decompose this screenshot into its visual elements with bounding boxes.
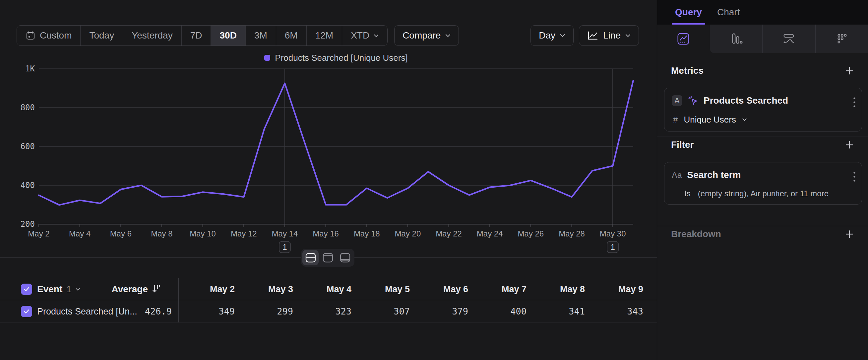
- filter-kebab-menu[interactable]: [853, 171, 856, 182]
- date-column-header[interactable]: May 9: [585, 278, 643, 300]
- range-today[interactable]: Today: [80, 26, 123, 46]
- report-tab-flows[interactable]: [762, 25, 815, 53]
- range-label: Yesterday: [132, 30, 173, 41]
- x-axis-tick-label: May 18: [354, 229, 380, 238]
- add-metric-button[interactable]: [845, 66, 854, 75]
- report-tab-funnels[interactable]: [710, 25, 763, 53]
- chevron-down-icon: [445, 34, 451, 37]
- date-column-header[interactable]: May 3: [235, 278, 293, 300]
- average-column-header[interactable]: Average: [83, 278, 148, 300]
- line-chart-icon: [587, 31, 598, 40]
- date-range-group: CustomTodayYesterday7D30D3M6M12MXTD: [17, 25, 388, 46]
- range-yesterday[interactable]: Yesterday: [123, 26, 181, 46]
- filter-condition[interactable]: Is (empty string), Air purifier, or 11 m…: [684, 189, 829, 198]
- filter-heading: Filter: [671, 139, 693, 150]
- x-axis-tick-label: May 2: [28, 229, 50, 238]
- granularity-label: Day: [539, 30, 555, 41]
- legend-swatch: [264, 55, 270, 61]
- range-12m[interactable]: 12M: [306, 26, 342, 46]
- date-column-header[interactable]: May 6: [410, 278, 468, 300]
- range-label: 30D: [219, 30, 237, 41]
- average-value: 426.9: [106, 301, 172, 323]
- range-label: XTD: [351, 30, 369, 41]
- range-30d[interactable]: 30D: [211, 26, 245, 46]
- row-checkbox[interactable]: [21, 306, 32, 317]
- date-column-header[interactable]: May 8: [527, 278, 585, 300]
- tab-chart[interactable]: Chart: [717, 0, 740, 25]
- date-column-header[interactable]: May 5: [351, 278, 410, 300]
- layout-split-button[interactable]: [302, 250, 319, 265]
- cell-value: 379: [410, 301, 468, 323]
- layout-table-only-button[interactable]: [337, 250, 353, 265]
- table-header-row: Event 1 Average May 2May 3May 4May 5May …: [0, 278, 657, 300]
- date-column-header[interactable]: May 4: [293, 278, 351, 300]
- compare-button[interactable]: Compare: [394, 25, 459, 46]
- add-breakdown-button[interactable]: [845, 229, 854, 239]
- event-label: Event: [37, 284, 62, 295]
- filter-card[interactable]: Aa Search term Is (empty string), Air pu…: [664, 162, 862, 204]
- x-axis-tick-label: May 10: [190, 229, 216, 238]
- x-axis-tick-label: May 20: [395, 229, 421, 238]
- range-xtd[interactable]: XTD: [342, 26, 387, 46]
- range-label: 12M: [315, 30, 333, 41]
- filter-operator: Is: [684, 189, 691, 198]
- legend-label: Products Searched [Unique Users]: [275, 53, 407, 63]
- funnels-icon: [728, 31, 744, 47]
- chevron-down-icon: [75, 288, 80, 291]
- filter-value: (empty string), Air purifier, or 11 more: [698, 189, 829, 198]
- range-label: 6M: [285, 30, 298, 41]
- add-filter-button[interactable]: [845, 140, 854, 149]
- cell-value: 323: [293, 301, 351, 323]
- sort-descending-icon[interactable]: [152, 284, 162, 294]
- y-axis-tick-label: 800: [21, 103, 35, 112]
- x-axis-tick-label: May 28: [559, 229, 585, 238]
- text-property-icon: Aa: [672, 170, 682, 180]
- metric-card[interactable]: A Products Searched # Unique Users: [664, 88, 862, 132]
- toolbar-right: Day Line: [530, 25, 639, 46]
- chevron-down-icon: [742, 118, 747, 121]
- range-6m[interactable]: 6M: [276, 26, 306, 46]
- annotation-badge[interactable]: [279, 242, 290, 253]
- x-axis-tick-label: May 6: [110, 229, 132, 238]
- select-all-checkbox[interactable]: [21, 284, 32, 295]
- granularity-button[interactable]: Day: [530, 25, 574, 46]
- cell-value: 349: [176, 301, 235, 323]
- date-column-header[interactable]: May 7: [468, 278, 527, 300]
- x-axis-tick-label: May 30: [600, 229, 626, 238]
- x-axis-tick-label: May 24: [477, 229, 503, 238]
- range-label: Today: [89, 30, 114, 41]
- aggregation-dropdown[interactable]: # Unique Users: [673, 115, 747, 125]
- range-label: 7D: [190, 30, 202, 41]
- aggregation-label: Unique Users: [684, 115, 736, 125]
- section-divider: [657, 136, 868, 137]
- tab-query[interactable]: Query: [675, 0, 702, 25]
- range-3m[interactable]: 3M: [245, 26, 276, 46]
- chevron-down-icon: [374, 34, 379, 37]
- date-column-header[interactable]: May 2: [176, 278, 235, 300]
- annotation-badge[interactable]: [607, 242, 618, 253]
- table-row: Products Searched [Un... 426.9 349299323…: [0, 301, 657, 323]
- range-custom[interactable]: Custom: [17, 26, 80, 46]
- layout-chart-only-button[interactable]: [320, 250, 336, 265]
- breakdown-heading: Breakdown: [671, 229, 721, 240]
- x-axis-tick-label: May 8: [151, 229, 173, 238]
- filter-row[interactable]: Aa Search term: [672, 170, 741, 180]
- breakdown-section-header: Breakdown: [671, 228, 854, 240]
- filter-property-name: Search term: [687, 170, 741, 180]
- event-count: 1: [66, 284, 72, 295]
- metric-kebab-menu[interactable]: [853, 96, 856, 108]
- table-column-divider: [178, 278, 179, 323]
- y-axis-tick-label: 600: [21, 142, 35, 151]
- chart-type-button[interactable]: Line: [579, 25, 639, 46]
- event-dropdown[interactable]: Event 1: [37, 278, 80, 300]
- chart-legend[interactable]: Products Searched [Unique Users]: [39, 52, 633, 64]
- insights-icon: [676, 31, 691, 47]
- report-tab-insights[interactable]: [657, 25, 710, 53]
- report-tab-more-reports[interactable]: [815, 25, 868, 53]
- range-label: 3M: [254, 30, 267, 41]
- range-7d[interactable]: 7D: [181, 26, 211, 46]
- series-line: [39, 80, 633, 205]
- x-axis-tick-label: May 12: [231, 229, 257, 238]
- metric-row[interactable]: A Products Searched: [672, 95, 788, 106]
- x-axis-tick-label: May 14: [272, 229, 298, 238]
